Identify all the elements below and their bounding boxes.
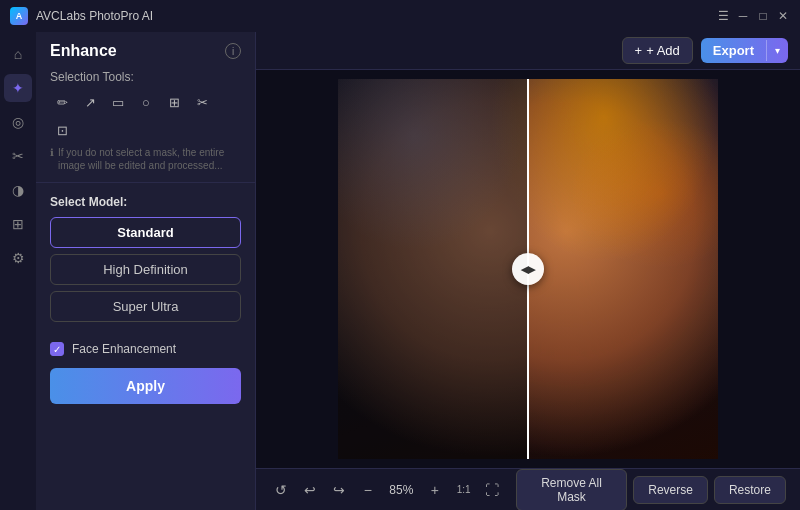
grid-tool[interactable]: ⊡	[50, 118, 74, 142]
panel-title: Enhance	[50, 42, 117, 60]
transform-icon[interactable]: ⊞	[4, 210, 32, 238]
canvas-area[interactable]: ◂▸	[256, 70, 800, 468]
undo-button[interactable]: ↩	[299, 477, 322, 503]
redo-button[interactable]: ↪	[328, 477, 351, 503]
main-container: ⌂ ✦ ◎ ✂ ◑ ⊞ ⚙ Enhance i Selection Tools:…	[0, 32, 800, 510]
zoom-out-button[interactable]: −	[356, 477, 379, 503]
face-enhancement-label: Face Enhancement	[72, 342, 176, 356]
fit-screen-button[interactable]: ⛶	[481, 477, 504, 503]
enhanced-portrait	[528, 79, 718, 459]
info-note-icon: ℹ	[50, 146, 54, 159]
right-area: + + Add Export ▾ ◂▸	[256, 32, 800, 510]
check-icon: ✓	[53, 344, 61, 355]
ellipse-tool[interactable]: ○	[134, 90, 158, 114]
remove-all-mask-button[interactable]: Remove All Mask	[516, 469, 627, 511]
export-label: Export	[701, 38, 766, 63]
add-icon: +	[635, 43, 643, 58]
refresh-button[interactable]: ↺	[270, 477, 293, 503]
top-toolbar: + + Add Export ▾	[256, 32, 800, 70]
super-ultra-model-button[interactable]: Super Ultra	[50, 291, 241, 322]
app-icon: A	[10, 7, 28, 25]
info-note-text: If you do not select a mask, the entire …	[58, 146, 241, 172]
object-icon[interactable]: ◎	[4, 108, 32, 136]
close-button[interactable]: ✕	[776, 9, 790, 23]
add-button[interactable]: + + Add	[622, 37, 693, 64]
compare-container: ◂▸	[338, 79, 718, 459]
titlebar-left: A AVCLabs PhotoPro AI	[10, 7, 153, 25]
bottom-bar: ↺ ↩ ↪ − 85% + 1:1 ⛶ Remove All Mask Reve…	[256, 468, 800, 510]
compare-handle[interactable]: ◂▸	[512, 253, 544, 285]
selection-tools-label: Selection Tools:	[36, 66, 255, 90]
info-note: ℹ If you do not select a mask, the entir…	[36, 142, 255, 180]
export-button[interactable]: Export ▾	[701, 38, 788, 63]
restore-button[interactable]: Restore	[714, 476, 786, 504]
icon-rail: ⌂ ✦ ◎ ✂ ◑ ⊞ ⚙	[0, 32, 36, 510]
reverse-button[interactable]: Reverse	[633, 476, 708, 504]
panel-header: Enhance i	[36, 32, 255, 66]
export-dropdown-arrow[interactable]: ▾	[766, 40, 788, 61]
handle-arrows-icon: ◂▸	[521, 261, 535, 277]
menu-button[interactable]: ☰	[716, 9, 730, 23]
model-section: Select Model: Standard High Definition S…	[36, 185, 255, 338]
original-portrait	[338, 79, 528, 459]
zoom-in-button[interactable]: +	[423, 477, 446, 503]
add-label: + Add	[646, 43, 680, 58]
face-enhancement-checkbox[interactable]: ✓	[50, 342, 64, 356]
left-panel: Enhance i Selection Tools: ✏ ↗ ▭ ○ ⊞ ✂ ⊡…	[36, 32, 256, 510]
divider-1	[36, 182, 255, 183]
window-controls: ☰ ─ □ ✕	[716, 9, 790, 23]
magic-tool[interactable]: ⊞	[162, 90, 186, 114]
zoom-percent: 85%	[385, 483, 417, 497]
rect-tool[interactable]: ▭	[106, 90, 130, 114]
apply-button[interactable]: Apply	[50, 368, 241, 404]
original-image	[338, 79, 528, 459]
zoom-one-to-one-button[interactable]: 1:1	[452, 477, 475, 503]
scissors-tool[interactable]: ✂	[190, 90, 214, 114]
pen-tool[interactable]: ✏	[50, 90, 74, 114]
enhance-icon[interactable]: ✦	[4, 74, 32, 102]
tools-grid: ✏ ↗ ▭ ○ ⊞ ✂ ⊡	[36, 90, 255, 142]
face-enhancement-row: ✓ Face Enhancement	[36, 338, 255, 368]
standard-model-button[interactable]: Standard	[50, 217, 241, 248]
home-icon[interactable]: ⌂	[4, 40, 32, 68]
enhanced-image	[528, 79, 718, 459]
lasso-tool[interactable]: ↗	[78, 90, 102, 114]
high-definition-model-button[interactable]: High Definition	[50, 254, 241, 285]
select-model-label: Select Model:	[50, 195, 241, 209]
cutout-icon[interactable]: ✂	[4, 142, 32, 170]
adjust-icon[interactable]: ⚙	[4, 244, 32, 272]
titlebar: A AVCLabs PhotoPro AI ☰ ─ □ ✕	[0, 0, 800, 32]
maximize-button[interactable]: □	[756, 9, 770, 23]
color-icon[interactable]: ◑	[4, 176, 32, 204]
app-title: AVCLabs PhotoPro AI	[36, 9, 153, 23]
info-icon[interactable]: i	[225, 43, 241, 59]
minimize-button[interactable]: ─	[736, 9, 750, 23]
